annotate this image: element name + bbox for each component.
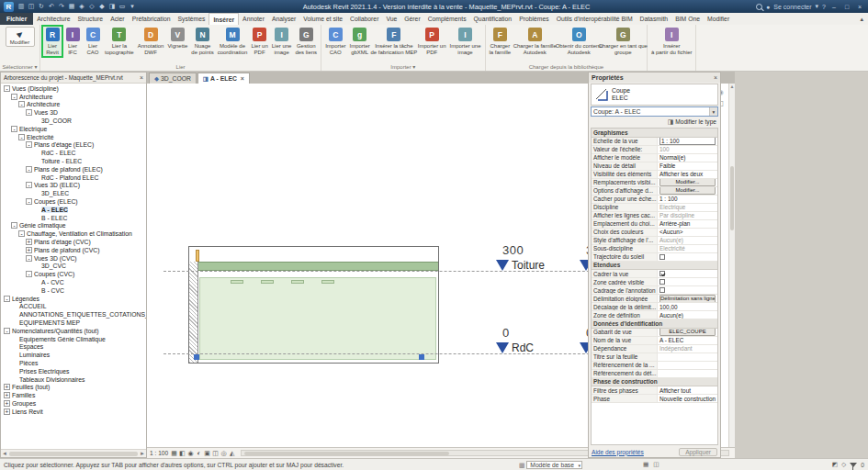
ribbon-tab-ins-rer[interactable]: Insérer xyxy=(209,13,239,25)
import-image-button[interactable]: IImporter uneimage xyxy=(448,26,483,57)
property-value[interactable]: Normal(e) xyxy=(658,154,717,162)
building-room[interactable] xyxy=(199,277,436,360)
design-options-dropdown[interactable]: Modèle de base xyxy=(526,461,582,469)
tree-expander-icon[interactable]: - xyxy=(11,94,17,100)
canvas-vscrollbar[interactable]: ▲ xyxy=(728,84,735,447)
temporary-hide-icon[interactable]: ◎ xyxy=(220,450,228,457)
property-value[interactable]: 1 : 100 xyxy=(658,196,717,203)
tree-item[interactable]: -Electrique xyxy=(1,125,146,133)
tree-expander-icon[interactable]: + xyxy=(4,408,10,415)
sign-in-caret-icon[interactable]: ▾ xyxy=(816,3,819,10)
checkbox[interactable] xyxy=(659,271,665,276)
default-3d-view-icon[interactable]: ◆ xyxy=(97,3,107,10)
tree-item[interactable]: ACCUEIL xyxy=(1,303,146,311)
property-value[interactable]: Electrique xyxy=(658,204,717,211)
property-value[interactable] xyxy=(658,286,717,294)
property-value[interactable]: A - ELEC xyxy=(658,337,717,344)
dwf-markup-button[interactable]: DAnnotationDWF xyxy=(136,26,166,57)
property-value[interactable]: Modifier... xyxy=(658,187,717,195)
property-button[interactable]: Modifier... xyxy=(659,187,716,195)
tree-item[interactable]: -Nomenclatures/Quantités (tout) xyxy=(1,327,146,335)
tree-item[interactable]: -Vues 3D (ELEC) xyxy=(1,182,146,190)
section-icon[interactable]: ◨ xyxy=(107,3,117,10)
maximize-button[interactable]: □ xyxy=(842,4,851,10)
property-value[interactable]: Indépendant xyxy=(658,345,717,352)
sign-in-button[interactable]: Se connecter xyxy=(773,4,811,10)
ribbon-tab-datasmith[interactable]: Datasmith xyxy=(637,13,672,25)
property-button[interactable]: Délimitation sans ligne xyxy=(659,295,716,302)
tree-item[interactable]: -Architecture xyxy=(1,93,146,101)
tree-item[interactable]: A - ELEC xyxy=(1,206,146,214)
close-view-icon[interactable]: × xyxy=(241,75,244,82)
tree-item[interactable]: 3D_CVC xyxy=(1,263,146,271)
tree-expander-icon[interactable]: - xyxy=(4,85,10,92)
qat-dropdown-icon[interactable]: ▾ xyxy=(128,3,137,10)
property-value[interactable]: Electricité xyxy=(658,245,717,252)
building-clerestory[interactable] xyxy=(196,250,199,262)
tree-item[interactable]: RdC - Plafond ELEC xyxy=(1,173,146,182)
section-building[interactable] xyxy=(188,246,439,364)
ribbon-collapse-icon[interactable]: ▴ xyxy=(860,16,863,23)
insert-fabrication-button[interactable]: FInsérer la tâchede fabrication MEP xyxy=(372,26,416,57)
link-topography-button[interactable]: TLier latopographie xyxy=(103,26,136,57)
ribbon-tab-vue[interactable]: Vue xyxy=(382,13,400,25)
property-value[interactable]: ELEC_COUPE xyxy=(658,329,717,336)
property-value[interactable]: Aucun(e) xyxy=(658,237,717,244)
property-value[interactable] xyxy=(658,253,717,261)
undo-icon[interactable]: ↶ xyxy=(47,3,56,10)
tree-item[interactable]: EQUIPEMENTS MEP xyxy=(1,319,146,327)
tree-item[interactable]: -Architecture xyxy=(1,101,146,109)
tree-item[interactable]: +Familles xyxy=(1,391,146,399)
design-options-control[interactable]: ▥ Modèle de base xyxy=(519,460,582,470)
tree-item[interactable]: -Coupes (CVC) xyxy=(1,270,146,278)
property-value[interactable]: Arrière-plan xyxy=(658,220,717,228)
point-cloud-button[interactable]: NNuagede points xyxy=(189,26,215,57)
scroll-right-icon[interactable]: ► xyxy=(140,451,145,456)
tree-item[interactable]: Pièces xyxy=(1,359,146,367)
tree-item[interactable]: +Plans de plafond (CVC) xyxy=(1,246,146,254)
checkbox[interactable] xyxy=(659,287,665,293)
scrollbar-thumb[interactable] xyxy=(244,452,449,455)
tree-expander-icon[interactable]: - xyxy=(26,198,32,205)
tree-expander-icon[interactable]: - xyxy=(4,328,10,334)
tree-expander-icon[interactable]: - xyxy=(11,222,17,229)
electrical-equipment[interactable] xyxy=(419,354,424,360)
tree-item[interactable]: Prises Electriques xyxy=(1,367,146,375)
property-value[interactable]: 100 xyxy=(658,146,717,153)
tree-item[interactable]: 3D_COOR xyxy=(1,117,146,125)
tree-expander-icon[interactable]: - xyxy=(26,182,32,188)
ribbon-tab-modifier[interactable]: Modifier xyxy=(704,13,733,25)
import-gbxml-button[interactable]: gImportergbXML xyxy=(347,26,371,57)
tree-expander-icon[interactable]: - xyxy=(26,166,32,173)
property-value[interactable]: Afficher tout xyxy=(658,386,717,394)
link-image-button[interactable]: ILier uneimage xyxy=(270,26,294,57)
ribbon-tab-architecture[interactable]: Architecture xyxy=(33,13,73,25)
ribbon-tab-bim-one[interactable]: BIM One xyxy=(671,13,704,25)
property-value[interactable]: Faible xyxy=(658,162,717,170)
tree-item[interactable]: -Chauffage, Ventilation et Climatisation xyxy=(1,229,146,238)
tree-item[interactable]: +Feuilles (tout) xyxy=(1,383,146,391)
scrollbar-thumb[interactable] xyxy=(730,166,734,230)
reveal-hidden-icon[interactable]: ◭ xyxy=(228,450,236,457)
ribbon-tab-quantification[interactable]: Quantification xyxy=(470,13,516,25)
tree-expander-icon[interactable]: - xyxy=(26,255,32,262)
view-scale-button[interactable]: 1 : 100 xyxy=(150,450,168,456)
ribbon-tab-collaborer[interactable]: Collaborer xyxy=(346,13,382,25)
ribbon-tab-structure[interactable]: Structure xyxy=(74,13,107,25)
ribbon-tab-annoter[interactable]: Annoter xyxy=(239,13,268,25)
link-ifc-button[interactable]: ILierIFC xyxy=(62,26,83,57)
open-icon[interactable]: ▥ xyxy=(17,3,26,10)
type-selector[interactable]: Coupe: A - ELEC ▾ xyxy=(591,106,718,117)
sync-icon[interactable]: ↻ xyxy=(37,3,46,10)
light-fixture[interactable] xyxy=(231,280,243,284)
measure-icon[interactable]: ◈ xyxy=(77,3,86,10)
tree-item[interactable]: ANNOTATIONS_ETIQUETTES_COTATIONS_SYMBOLE xyxy=(1,310,146,319)
ribbon-tab-syst-mes[interactable]: Systèmes xyxy=(175,13,209,25)
project-browser-close-icon[interactable]: × xyxy=(140,74,143,81)
link-revit-button[interactable]: RLierRevit xyxy=(42,26,62,57)
load-as-group-button[interactable]: GCharger en tant quegroupe xyxy=(601,26,645,57)
detail-level-icon[interactable]: ▦ xyxy=(170,450,178,457)
tree-item[interactable]: +Liens Revit xyxy=(1,408,146,416)
shadows-icon[interactable]: ◐ xyxy=(195,450,203,457)
tree-expander-icon[interactable]: - xyxy=(26,109,32,116)
